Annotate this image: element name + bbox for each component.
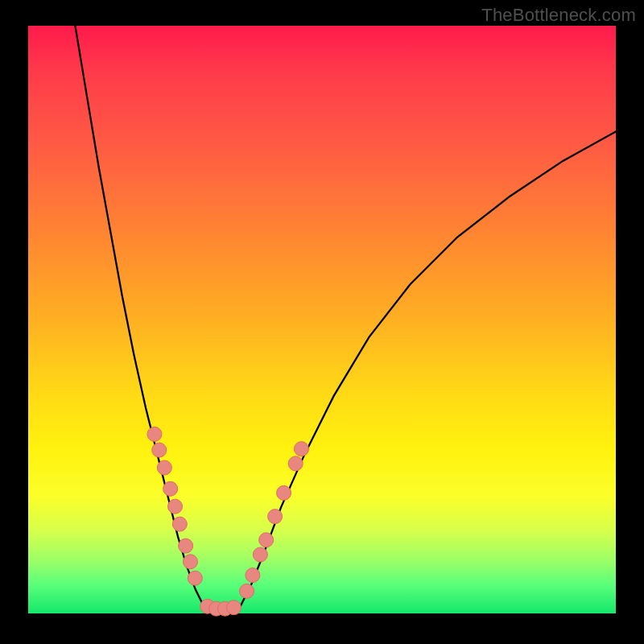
highlight-dot [183, 555, 197, 569]
highlight-dot [163, 481, 178, 496]
highlight-dot [288, 456, 303, 471]
highlight-dot [253, 547, 267, 562]
curve-svg [28, 26, 616, 613]
highlight-dot [240, 584, 254, 598]
highlight-dot [168, 499, 183, 514]
highlight-dot [246, 568, 260, 583]
highlight-dot [152, 443, 167, 457]
chart-frame: TheBottleneck.com [0, 0, 644, 644]
highlight-dots [147, 427, 309, 616]
highlight-dot [268, 510, 283, 524]
bottleneck-curve [75, 26, 616, 610]
highlight-dot [277, 485, 291, 500]
highlight-dot [259, 533, 274, 547]
highlight-dot [172, 517, 187, 531]
plot-area [28, 26, 616, 613]
curve-path [75, 26, 616, 610]
highlight-dot [188, 571, 202, 585]
highlight-dot [147, 427, 162, 441]
highlight-dot [157, 460, 171, 475]
highlight-dot [179, 539, 193, 553]
watermark-text: TheBottleneck.com [481, 5, 636, 26]
highlight-dot [227, 601, 242, 615]
highlight-dot [294, 442, 308, 456]
